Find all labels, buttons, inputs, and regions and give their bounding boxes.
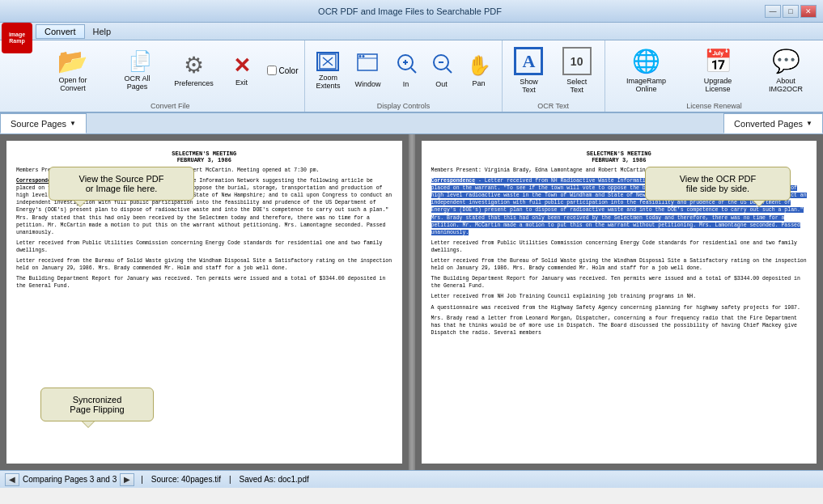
calendar-icon: 📅 bbox=[704, 48, 732, 74]
logo-text: imageRamp bbox=[9, 32, 25, 44]
zoom-in-icon bbox=[396, 53, 417, 78]
source-callout: View the Source PDF or Image file here. bbox=[49, 167, 194, 201]
right-tab-area: Converted Pages ▼ bbox=[723, 113, 823, 133]
menubar: Convert Help bbox=[0, 23, 823, 40]
zoom-extents-icon bbox=[316, 52, 339, 71]
zoom-extents-svg bbox=[319, 53, 337, 70]
open-for-convert-button[interactable]: 📂 Open for Convert bbox=[40, 43, 105, 98]
ocr-pages-icon: 📄 📄 bbox=[129, 51, 146, 72]
pan-label: Pan bbox=[472, 79, 485, 87]
source-callout-title: View the Source PDF bbox=[79, 174, 164, 184]
color-label: Color bbox=[279, 66, 299, 75]
converted-doc-title: SELECTMEN'S MEETING FEBRUARY 3, 1986 bbox=[431, 150, 808, 163]
source-pages-label: Source Pages bbox=[11, 119, 66, 129]
maximize-button[interactable]: □ bbox=[783, 5, 799, 18]
preferences-button[interactable]: ⚙ Preferences bbox=[169, 43, 218, 98]
comparing-status: Comparing Pages 3 and 3 bbox=[23, 475, 117, 484]
zoom-in-svg bbox=[396, 53, 417, 74]
panel-divider bbox=[410, 134, 414, 470]
zoom-out-button[interactable]: Out bbox=[426, 43, 458, 98]
preferences-label: Preferences bbox=[174, 79, 214, 87]
ocr-all-pages-button[interactable]: 📄 📄 OCR All Pages bbox=[108, 43, 166, 98]
toolbar-group-display-controls: ZoomExtents Window bbox=[305, 40, 502, 112]
open-for-convert-label: Open for Convert bbox=[46, 76, 100, 92]
menu-convert[interactable]: Convert bbox=[36, 24, 85, 39]
titlebar: OCR PDF and Image Files to Searchable PD… bbox=[0, 0, 823, 23]
window-label: Window bbox=[354, 80, 380, 88]
color-checkbox-area: Color bbox=[265, 64, 300, 77]
converted-callout: View the OCR PDF file side by side. bbox=[645, 167, 791, 201]
about-img2ocr-button[interactable]: 💬 About IMG2OCR bbox=[753, 43, 818, 98]
tab-area: Source Pages ▼ Converted Pages ▼ bbox=[0, 113, 823, 134]
zoom-out-icon bbox=[431, 53, 452, 78]
zoom-in-label: In bbox=[403, 80, 409, 88]
about-icon: 💬 bbox=[772, 48, 800, 74]
source-page-panel[interactable]: SELECTMEN'S MEETING FEBRUARY 3, 1986 Mem… bbox=[0, 134, 409, 470]
window-controls: — □ ✕ bbox=[765, 5, 817, 18]
globe-icon: 🌐 bbox=[632, 48, 660, 74]
zoom-out-label: Out bbox=[435, 80, 448, 88]
show-text-button[interactable]: A Show Text bbox=[507, 43, 551, 98]
saved-as-status: Saved As: doc1.pdf bbox=[240, 475, 309, 484]
converted-pages-tab[interactable]: Converted Pages ▼ bbox=[723, 113, 823, 133]
upgrade-license-button[interactable]: 📅 Upgrade License bbox=[685, 43, 750, 98]
color-checkbox[interactable] bbox=[267, 66, 277, 75]
converted-callout-title: View the OCR PDF bbox=[680, 174, 757, 184]
pan-button[interactable]: ✋ Pan bbox=[461, 43, 497, 98]
zoom-in-button[interactable]: In bbox=[390, 43, 422, 98]
svg-point-6 bbox=[363, 55, 365, 57]
minimize-button[interactable]: — bbox=[765, 5, 781, 18]
zoom-extents-button[interactable]: ZoomExtents bbox=[310, 43, 346, 98]
gear-icon: ⚙ bbox=[184, 54, 204, 77]
converted-pages-label: Converted Pages bbox=[734, 119, 803, 129]
select-text-label: Select Text bbox=[559, 78, 593, 94]
select-text-button[interactable]: 10 Select Text bbox=[554, 43, 599, 98]
nav-back-button[interactable]: ◀ bbox=[5, 473, 19, 486]
main-content: SELECTMEN'S MEETING FEBRUARY 3, 1986 Mem… bbox=[0, 134, 823, 470]
toolbar-group-convert-file: 📂 Open for Convert 📄 📄 OCR All Pages ⚙ P… bbox=[36, 40, 305, 112]
pan-icon: ✋ bbox=[467, 54, 491, 77]
menu-help[interactable]: Help bbox=[85, 25, 120, 38]
select-text-icon: 10 bbox=[562, 47, 592, 75]
source-pages-tab[interactable]: Source Pages ▼ bbox=[0, 113, 87, 133]
sync-callout-title: Syncronized bbox=[73, 395, 122, 404]
source-status: Source: 40pages.tif bbox=[151, 475, 221, 484]
exit-button[interactable]: ✕ Exit bbox=[222, 43, 262, 98]
sync-callout: Syncronized Page Flipping bbox=[40, 388, 154, 421]
display-controls-label: Display Controls bbox=[305, 102, 501, 110]
convert-file-label: Convert File bbox=[36, 102, 304, 110]
window-title: OCR PDF and Image Files to Searchable PD… bbox=[55, 6, 765, 16]
zoom-out-svg bbox=[431, 53, 452, 74]
about-img2ocr-label: About IMG2OCR bbox=[759, 77, 812, 93]
statusbar: ◀ Comparing Pages 3 and 3 ▶ | Source: 40… bbox=[0, 470, 823, 488]
zoom-extents-label: ZoomExtents bbox=[316, 74, 340, 90]
converted-pages-arrow: ▼ bbox=[806, 120, 812, 127]
sync-callout-subtitle: Page Flipping bbox=[70, 404, 124, 414]
imageramp-online-label: ImageRamp Online bbox=[616, 77, 677, 93]
close-button[interactable]: ✕ bbox=[800, 5, 817, 18]
converted-callout-subtitle: file side by side. bbox=[686, 184, 749, 193]
converted-page-panel[interactable]: SELECTMEN'S MEETING FEBRUARY 3, 1986 Mem… bbox=[415, 134, 824, 470]
svg-line-10 bbox=[411, 68, 416, 73]
show-text-icon: A bbox=[514, 47, 543, 75]
license-renewal-label: License Renewal bbox=[605, 102, 823, 110]
svg-line-13 bbox=[447, 68, 452, 73]
exit-label: Exit bbox=[235, 78, 248, 87]
open-folder-icon: 📂 bbox=[57, 49, 87, 74]
toolbar: 📂 Open for Convert 📄 📄 OCR All Pages ⚙ P… bbox=[0, 40, 823, 113]
upgrade-license-label: Upgrade License bbox=[691, 77, 745, 93]
left-tab-area: Source Pages ▼ bbox=[0, 113, 87, 133]
source-callout-subtitle: or Image file here. bbox=[86, 184, 158, 193]
ocr-all-pages-label: OCR All Pages bbox=[114, 74, 160, 91]
exit-icon: ✕ bbox=[233, 55, 251, 76]
toolbar-group-license: 🌐 ImageRamp Online 📅 Upgrade License 💬 A… bbox=[605, 40, 823, 112]
imageramp-online-button[interactable]: 🌐 ImageRamp Online bbox=[610, 43, 682, 98]
window-button[interactable]: Window bbox=[349, 43, 386, 98]
source-pages-arrow: ▼ bbox=[70, 120, 76, 127]
nav-forward-button[interactable]: ▶ bbox=[120, 473, 134, 486]
source-doc-title: SELECTMEN'S MEETING FEBRUARY 3, 1986 bbox=[16, 150, 392, 163]
window-icon bbox=[357, 53, 378, 78]
ocr-text-label: OCR Text bbox=[503, 102, 605, 110]
window-svg bbox=[357, 53, 378, 73]
show-text-label: Show Text bbox=[513, 78, 545, 94]
